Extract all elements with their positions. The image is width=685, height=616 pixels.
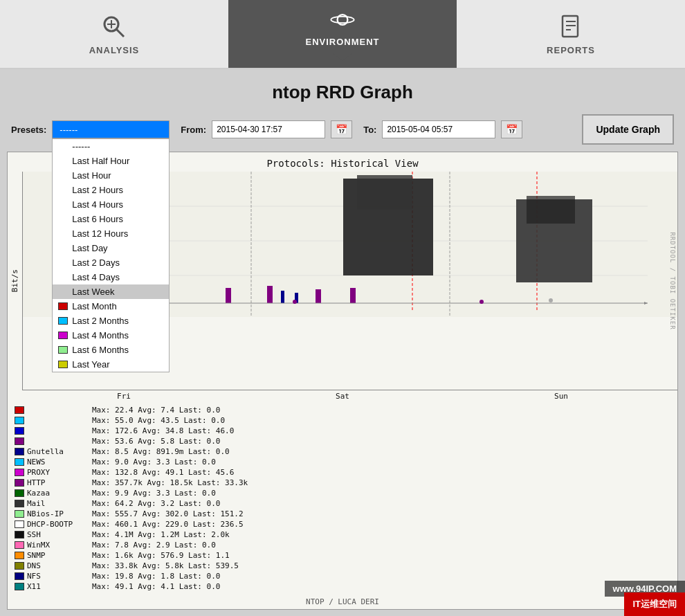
legend-color — [15, 417, 24, 424]
legend-stats: Max: 64.2 Avg: 3.2 Last: 0.0 — [92, 499, 670, 508]
preset-select[interactable]: ------ — [52, 120, 170, 138]
legend-name: DNS — [27, 561, 89, 570]
legend-name: HTTP — [27, 478, 89, 487]
nav-reports[interactable]: REPORTS — [457, 0, 685, 68]
legend-name: X11 — [27, 582, 89, 591]
x-axis-labels: Fri Sat Sun — [8, 390, 677, 402]
dropdown-item-6[interactable]: Last 12 Hours — [53, 226, 169, 241]
svg-rect-21 — [226, 288, 231, 303]
legend-stats: Max: 9.9 Avg: 3.3 Last: 0.0 — [92, 489, 670, 498]
svg-point-5 — [331, 17, 354, 23]
legend-color — [15, 469, 24, 476]
legend-stats: Max: 357.7k Avg: 18.5k Last: 33.3k — [92, 478, 670, 487]
legend-row: Max: 55.0 Avg: 43.5 Last: 0.0 — [15, 415, 670, 426]
legend-stats: Max: 460.1 Avg: 229.0 Last: 236.5 — [92, 520, 670, 529]
page-title-area: ntop RRD Graph — [0, 69, 685, 110]
legend-row: X11Max: 49.1 Avg: 4.1 Last: 0.0 — [15, 581, 670, 592]
dropdown-item-15[interactable]: Last Year — [53, 357, 169, 372]
legend-stats: Max: 555.7 Avg: 302.0 Last: 151.2 — [92, 509, 670, 518]
from-calendar-button[interactable]: 📅 — [331, 120, 352, 138]
legend-stats: Max: 4.1M Avg: 1.2M Last: 2.0k — [92, 530, 670, 539]
legend-color — [15, 500, 24, 507]
preset-wrapper[interactable]: ------ ------Last Half HourLast HourLast… — [52, 120, 170, 138]
to-date-input[interactable] — [382, 120, 495, 138]
legend-name: DHCP-BOOTP — [27, 520, 89, 529]
to-calendar-button[interactable]: 📅 — [501, 120, 522, 138]
legend-stats: Max: 8.5 Avg: 891.9m Last: 0.0 — [92, 447, 670, 456]
svg-rect-18 — [357, 175, 412, 210]
legend-stats: Max: 33.8k Avg: 5.8k Last: 539.5 — [92, 561, 670, 570]
svg-rect-22 — [267, 286, 273, 303]
legend-color — [15, 437, 24, 445]
legend-table: Max: 22.4 Avg: 7.4 Last: 0.0Max: 55.0 Av… — [8, 402, 677, 595]
legend-color — [15, 583, 24, 590]
legend-color — [15, 531, 24, 538]
from-date-input[interactable] — [212, 120, 325, 138]
legend-stats: Max: 49.1 Avg: 4.1 Last: 0.0 — [92, 582, 670, 591]
legend-stats: Max: 9.0 Avg: 3.3 Last: 0.0 — [92, 458, 670, 466]
legend-stats: Max: 53.6 Avg: 5.8 Last: 0.0 — [92, 437, 670, 446]
legend-row: DHCP-BOOTPMax: 460.1 Avg: 229.0 Last: 23… — [15, 519, 670, 529]
legend-stats: Max: 132.8 Avg: 49.1 Last: 45.6 — [92, 468, 670, 477]
x-label-sat: Sat — [336, 392, 349, 401]
search-icon — [100, 13, 128, 41]
x-label-sun: Sun — [554, 392, 568, 401]
rrd-label: RRDTOOL / TOBI OETIKER — [669, 232, 676, 329]
dropdown-item-12[interactable]: Last 2 Months — [53, 314, 169, 328]
nav-analysis[interactable]: ANALYSIS — [0, 0, 228, 68]
legend-name: WinMX — [27, 541, 89, 550]
legend-row: WinMXMax: 7.8 Avg: 2.9 Last: 0.0 — [15, 540, 670, 550]
dropdown-item-11[interactable]: Last Month — [53, 299, 169, 314]
legend-stats: Max: 1.6k Avg: 576.9 Last: 1.1 — [92, 551, 670, 560]
legend-row: DNSMax: 33.8k Avg: 5.8k Last: 539.5 — [15, 561, 670, 571]
dropdown-item-14[interactable]: Last 6 Months — [53, 343, 169, 357]
legend-name: NEWS — [27, 458, 89, 466]
preset-dropdown[interactable]: ------Last Half HourLast HourLast 2 Hour… — [52, 138, 170, 372]
dropdown-item-3[interactable]: Last 2 Hours — [53, 183, 169, 197]
legend-row: SSHMax: 4.1M Avg: 1.2M Last: 2.0k — [15, 529, 670, 540]
from-label: From: — [181, 125, 206, 135]
legend-row: NBios-IPMax: 555.7 Avg: 302.0 Last: 151.… — [15, 509, 670, 519]
top-navigation: ANALYSIS ENVIRONMENT REPORTS — [0, 0, 685, 69]
legend-color — [15, 572, 24, 580]
legend-row: Max: 53.6 Avg: 5.8 Last: 0.0 — [15, 436, 670, 446]
dropdown-item-5[interactable]: Last 6 Hours — [53, 212, 169, 226]
dropdown-item-8[interactable]: Last 2 Days — [53, 255, 169, 270]
svg-point-32 — [549, 298, 553, 302]
nav-environment-label: ENVIRONMENT — [305, 37, 379, 47]
dropdown-item-2[interactable]: Last Hour — [53, 168, 169, 183]
svg-point-31 — [480, 300, 484, 304]
page-title: ntop RRD Graph — [0, 82, 685, 103]
legend-stats: Max: 19.8 Avg: 1.8 Last: 0.0 — [92, 572, 670, 581]
legend-name: PROXY — [27, 468, 89, 477]
svg-rect-23 — [316, 289, 321, 303]
graph-footer: NTOP / LUCA DERI — [8, 595, 677, 609]
dropdown-item-13[interactable]: Last 4 Months — [53, 328, 169, 343]
legend-row: Max: 22.4 Avg: 7.4 Last: 0.0 — [15, 405, 670, 415]
legend-color — [15, 520, 24, 528]
legend-row: NFSMax: 19.8 Avg: 1.8 Last: 0.0 — [15, 571, 670, 581]
nav-environment[interactable]: ENVIRONMENT — [228, 0, 457, 68]
legend-name: NBios-IP — [27, 509, 89, 518]
dropdown-item-0[interactable]: ------ — [53, 139, 169, 154]
legend-row: NEWSMax: 9.0 Avg: 3.3 Last: 0.0 — [15, 457, 670, 467]
dropdown-item-9[interactable]: Last 4 Days — [53, 270, 169, 284]
nav-reports-label: REPORTS — [547, 45, 595, 55]
legend-row: PROXYMax: 132.8 Avg: 49.1 Last: 45.6 — [15, 467, 670, 478]
dropdown-item-1[interactable]: Last Half Hour — [53, 154, 169, 168]
legend-color — [15, 458, 24, 466]
dropdown-item-10[interactable]: Last Week — [53, 284, 169, 299]
watermark-site: IT运维空间 — [624, 592, 685, 616]
update-graph-button[interactable]: Update Graph — [582, 114, 674, 145]
legend-name: SSH — [27, 530, 89, 539]
svg-rect-25 — [281, 291, 284, 303]
dropdown-item-7[interactable]: Last Day — [53, 241, 169, 255]
legend-color — [15, 541, 24, 549]
legend-row: KazaaMax: 9.9 Avg: 3.3 Last: 0.0 — [15, 488, 670, 498]
dropdown-item-4[interactable]: Last 4 Hours — [53, 197, 169, 212]
svg-rect-24 — [350, 288, 356, 303]
y-axis-label: Bit/s — [8, 266, 22, 295]
legend-row: Max: 172.6 Avg: 34.8 Last: 46.0 — [15, 426, 670, 436]
legend-color — [15, 562, 24, 570]
legend-row: GnutellaMax: 8.5 Avg: 891.9m Last: 0.0 — [15, 446, 670, 457]
